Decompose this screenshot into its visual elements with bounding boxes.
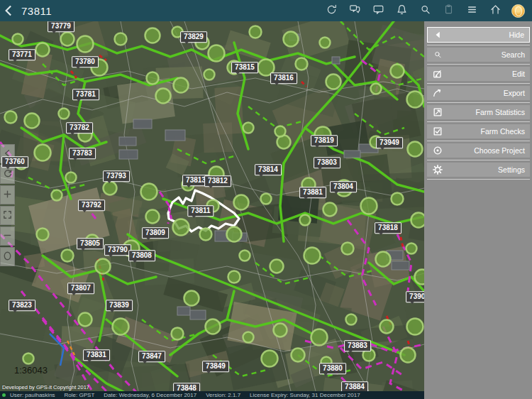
export-curve-icon	[431, 87, 443, 99]
statistics-icon	[431, 106, 443, 118]
status-item: Version: 2.1.7	[206, 392, 240, 398]
parcel-label-73819[interactable]: 73819	[311, 135, 338, 146]
parcel-label-73780[interactable]: 73780	[72, 56, 99, 67]
parcel-label-73812[interactable]: 73812	[204, 175, 231, 187]
parcel-label-73781[interactable]: 73781	[72, 89, 99, 100]
map-viewport[interactable]: 7377973829737717378073815738167378173782…	[0, 21, 424, 391]
parcel-label-73792[interactable]: 73792	[78, 200, 105, 211]
ellipse-select-button[interactable]	[0, 247, 15, 266]
parcel-label-73760[interactable]: 73760	[1, 156, 28, 168]
user-avatar-icon[interactable]	[511, 4, 525, 18]
clipboard-button[interactable]	[441, 4, 455, 18]
chat-group-icon	[348, 3, 362, 18]
chat-button[interactable]	[371, 4, 385, 18]
sidebar-menu: HideSearchEditExportFarm StatisticsFarm …	[424, 21, 532, 399]
sync-button[interactable]	[324, 4, 338, 18]
parcel-label-73815[interactable]: 73815	[231, 62, 258, 73]
sidebar-item-label: Farm Statistics	[476, 108, 525, 116]
parcel-label-73790[interactable]: 73790	[104, 244, 131, 256]
zoom-in-button[interactable]	[0, 185, 15, 204]
parcel-label-73811[interactable]: 73811	[187, 205, 214, 217]
parcel-label-73803[interactable]: 73803	[314, 157, 340, 168]
sidebar-separator	[427, 160, 530, 160]
home-button[interactable]	[488, 4, 502, 18]
zoom-out-icon	[2, 230, 13, 243]
parcel-label-73779[interactable]: 73779	[48, 21, 74, 32]
sidebar-item-choose-project[interactable]: Choose Project	[427, 143, 530, 158]
back-button[interactable]	[0, 0, 18, 21]
sidebar-separator	[427, 64, 530, 65]
clipboard-icon	[442, 3, 455, 18]
sidebar-item-settings[interactable]: Settings	[427, 163, 530, 177]
sidebar-item-hide[interactable]: Hide	[427, 27, 530, 43]
collapse-arrow-icon	[432, 29, 444, 40]
sidebar-item-label: Hide	[509, 31, 524, 39]
parcel-label-73831[interactable]: 73831	[83, 349, 110, 361]
chat-group-button[interactable]	[348, 4, 362, 18]
parcel-label-73839[interactable]: 73839	[106, 300, 133, 311]
parcel-label-73829[interactable]: 73829	[180, 31, 207, 43]
chat-icon	[372, 3, 385, 18]
gear-icon	[431, 164, 443, 175]
sidebar-separator	[427, 141, 530, 141]
sidebar-separator	[427, 121, 530, 122]
sidebar-item-farm-statistics[interactable]: Farm Statistics	[427, 105, 530, 119]
parcel-label-73949[interactable]: 73949	[376, 137, 403, 148]
parcel-label-73848[interactable]: 73848	[173, 383, 200, 391]
sidebar-item-label: Settings	[498, 165, 525, 174]
sidebar-separator	[427, 45, 530, 45]
sidebar-separator	[427, 179, 530, 180]
parcel-label-73805[interactable]: 73805	[77, 238, 104, 249]
zoom-out-button[interactable]	[0, 226, 15, 246]
full-extent-icon	[2, 209, 13, 222]
parcel-label-73808[interactable]: 73808	[128, 250, 155, 261]
parcel-label-73809[interactable]: 73809	[142, 227, 169, 239]
top-bar: 73811	[0, 0, 532, 21]
app-window: 73811 7377973829737717378073815738167378…	[0, 0, 532, 399]
parcel-label-73823[interactable]: 73823	[9, 300, 35, 311]
parcel-label-73816[interactable]: 73816	[270, 72, 297, 84]
parcel-label-73818[interactable]: 73818	[375, 222, 401, 234]
sidebar-item-edit[interactable]: Edit	[427, 67, 530, 81]
parcel-label-73884[interactable]: 73884	[341, 381, 368, 391]
parcel-label-73849[interactable]: 73849	[202, 361, 229, 372]
menu-icon	[465, 3, 479, 18]
sidebar-item-farm-checks[interactable]: Farm Checks	[427, 124, 530, 138]
menu-button[interactable]	[465, 4, 479, 18]
ellipse-select-icon	[2, 251, 13, 263]
topbar-icon-group	[324, 4, 532, 18]
search-icon	[431, 49, 443, 60]
parcel-label-73883[interactable]: 73883	[344, 340, 371, 351]
parcel-label-73771[interactable]: 73771	[9, 49, 35, 60]
parcel-label-73847[interactable]: 73847	[138, 351, 165, 362]
edit-icon	[431, 68, 443, 80]
parcel-label-73880[interactable]: 73880	[319, 363, 346, 374]
search-button[interactable]	[418, 4, 432, 18]
parcel-label-73881[interactable]: 73881	[299, 187, 326, 198]
parcel-label-73902[interactable]: 73902	[406, 291, 424, 302]
status-bar: User: paulhaskinsRole: GPSTDate: Wednesd…	[0, 391, 424, 399]
sidebar-item-export[interactable]: Export	[427, 86, 530, 100]
sidebar-item-label: Export	[504, 89, 525, 97]
status-item: Date: Wednesday, 6 December 2017	[104, 392, 196, 398]
full-extent-button[interactable]	[0, 206, 15, 225]
parcel-label-73782[interactable]: 73782	[66, 122, 93, 133]
bell-icon	[395, 3, 409, 18]
sidebar-item-search[interactable]: Search	[427, 48, 530, 62]
parcel-label-73807[interactable]: 73807	[67, 283, 94, 294]
status-item: License Expiry: Sunday, 31 December 2017	[250, 392, 360, 398]
parcel-label-73793[interactable]: 73793	[103, 170, 130, 182]
map-scale: 1:36043	[14, 365, 48, 376]
parcel-label-73804[interactable]: 73804	[330, 181, 357, 192]
parcel-label-73814[interactable]: 73814	[255, 164, 282, 175]
sidebar-separator	[427, 102, 530, 103]
status-item: User: paulhaskins	[10, 392, 55, 398]
checkbox-icon	[431, 126, 443, 137]
sync-icon	[325, 3, 338, 18]
sidebar-item-label: Choose Project	[474, 146, 525, 155]
sidebar-separator	[427, 83, 530, 84]
parcel-label-73783[interactable]: 73783	[69, 148, 96, 159]
bell-button[interactable]	[394, 4, 409, 18]
sidebar-item-label: Farm Checks	[481, 127, 525, 136]
zoom-in-icon	[2, 189, 13, 202]
